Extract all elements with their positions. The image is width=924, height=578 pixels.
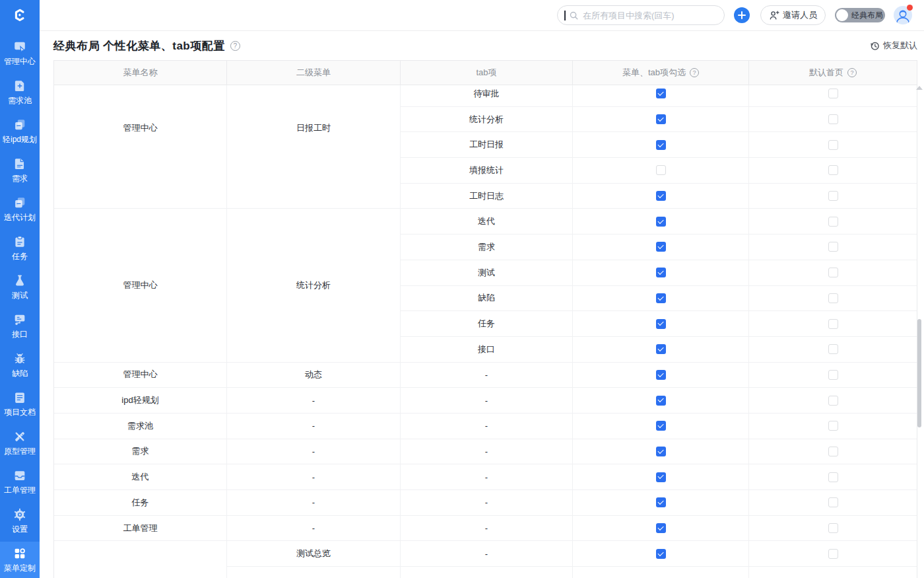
search-box[interactable]	[557, 5, 725, 25]
default-home-checkbox[interactable]	[828, 447, 838, 456]
scrollbar-thumb[interactable]	[917, 319, 921, 427]
column-help-icon[interactable]: ?	[847, 68, 857, 77]
default-home-checkbox[interactable]	[828, 191, 838, 201]
default-home-checkbox[interactable]	[828, 140, 838, 150]
tab-checkbox[interactable]	[656, 217, 666, 227]
cell-text: 管理中心	[123, 279, 158, 291]
sidebar-item-label: 项目文档	[4, 407, 36, 417]
cell-text: 测试总览	[296, 548, 331, 560]
sidebar-item-ticket-management[interactable]: 工单管理	[0, 464, 40, 503]
tab-checkbox[interactable]	[656, 191, 666, 201]
tab-checkbox[interactable]	[656, 293, 666, 303]
tab-checkbox[interactable]	[656, 523, 666, 533]
coding-logo[interactable]	[0, 0, 40, 33]
tab-checkbox[interactable]	[656, 497, 666, 507]
sidebar-item-project-docs[interactable]: 项目文档	[0, 386, 40, 425]
default-home-checkbox[interactable]	[828, 472, 838, 482]
menu-cell: ipd轻规划	[54, 388, 227, 414]
default-home-checkbox[interactable]	[828, 242, 838, 252]
title-help-icon[interactable]: ?	[230, 41, 240, 51]
sidebar-item-requirement[interactable]: 需求	[0, 152, 40, 191]
sidebar-item-management-center[interactable]: 管理中心	[0, 35, 40, 74]
cell-text: 管理中心	[123, 369, 158, 380]
toggle-label: 经典布局	[851, 10, 883, 21]
column-header-label: 菜单、tab项勾选	[622, 67, 686, 79]
cell-text: 管理中心	[123, 122, 158, 134]
tab-checkbox[interactable]	[656, 447, 666, 456]
sidebar-item-iteration-plan[interactable]: 迭代计划	[0, 191, 40, 230]
default-home-checkbox[interactable]	[828, 497, 838, 507]
page-title: 经典布局 个性化菜单、tab项配置	[53, 38, 225, 54]
sidebar-item-menu-customization[interactable]: 菜单定制	[0, 542, 40, 578]
menu-cell: 需求池	[54, 414, 227, 439]
sidebar-item-light-ipd-planning[interactable]: 轻ipd规划	[0, 113, 40, 152]
tab-checkbox[interactable]	[656, 421, 666, 431]
tab-checkbox[interactable]	[656, 319, 666, 329]
invite-button[interactable]: 邀请人员	[760, 5, 826, 25]
column-header-submenu: 二级菜单	[227, 61, 401, 85]
default-home-cell	[749, 132, 917, 158]
classic-layout-toggle[interactable]: 经典布局	[835, 8, 885, 22]
tab-checkbox[interactable]	[656, 268, 666, 277]
user-avatar[interactable]	[894, 6, 912, 24]
sidebar-item-requirement-pool[interactable]: 需求池	[0, 74, 40, 113]
table-header: 菜单名称二级菜单tab项菜单、tab项勾选?默认首页?	[54, 61, 917, 85]
tab-cell: 填报统计	[401, 158, 573, 184]
sidebar-item-prototype-management[interactable]: 原型管理	[0, 425, 40, 464]
sidebar-item-defect[interactable]: 缺陷	[0, 347, 40, 386]
tab-checkbox[interactable]	[656, 89, 666, 98]
default-home-checkbox[interactable]	[828, 421, 838, 431]
column-help-icon[interactable]: ?	[690, 68, 699, 77]
default-home-cell	[749, 337, 917, 363]
default-home-checkbox[interactable]	[828, 396, 838, 406]
tab-checkbox[interactable]	[656, 242, 666, 252]
tab-checkbox[interactable]	[656, 140, 666, 150]
tab-cell: -	[401, 490, 573, 516]
add-button[interactable]	[734, 7, 750, 23]
default-home-checkbox[interactable]	[828, 370, 838, 380]
cell-text: 日报工时	[296, 122, 331, 134]
check-cell	[573, 132, 749, 158]
cell-text: -	[485, 497, 488, 507]
default-home-checkbox[interactable]	[828, 89, 838, 98]
tab-checkbox[interactable]	[656, 396, 666, 406]
tab-checkbox[interactable]	[656, 114, 666, 124]
default-home-checkbox[interactable]	[828, 319, 838, 329]
default-home-checkbox[interactable]	[828, 293, 838, 303]
default-home-checkbox[interactable]	[828, 165, 838, 175]
check-cell	[573, 439, 749, 465]
default-home-checkbox[interactable]	[828, 549, 838, 559]
search-input[interactable]	[583, 11, 717, 20]
tab-checkbox[interactable]	[656, 549, 666, 559]
tab-checkbox[interactable]	[656, 344, 666, 354]
sidebar-item-task[interactable]: 任务	[0, 230, 40, 269]
submenu-cell: -	[227, 388, 401, 414]
cell-text: 工时日报	[469, 139, 504, 151]
sidebar-item-api[interactable]: 接口	[0, 308, 40, 347]
default-home-checkbox[interactable]	[828, 114, 838, 124]
sidebar-item-settings[interactable]: 设置	[0, 503, 40, 542]
default-home-checkbox[interactable]	[828, 523, 838, 533]
restore-default-button[interactable]: 恢复默认	[870, 31, 917, 60]
sidebar-item-label: 需求池	[8, 95, 32, 106]
column-header-label: 菜单名称	[123, 67, 158, 79]
tab-cell: 工时日志	[401, 184, 573, 209]
tab-checkbox[interactable]	[656, 370, 666, 380]
menu-cell: 迭代	[54, 464, 227, 490]
default-home-checkbox[interactable]	[828, 217, 838, 227]
default-home-checkbox[interactable]	[828, 344, 838, 354]
default-home-cell	[749, 414, 917, 439]
default-home-cell	[749, 490, 917, 516]
scrollbar-up-arrow[interactable]	[916, 86, 923, 90]
default-home-checkbox[interactable]	[828, 268, 838, 277]
cell-text: -	[485, 523, 488, 533]
inbox-icon	[13, 468, 27, 485]
tab-checkbox[interactable]	[656, 472, 666, 482]
sidebar-item-test[interactable]: 测试	[0, 269, 40, 308]
sidebar-item-label: 需求	[12, 173, 28, 184]
toggle-knob[interactable]	[836, 9, 848, 21]
tab-checkbox[interactable]	[656, 165, 666, 175]
tab-cell: 统计分析	[401, 107, 573, 133]
tab-cell: -	[401, 414, 573, 439]
column-header-check: 菜单、tab项勾选?	[573, 61, 749, 85]
